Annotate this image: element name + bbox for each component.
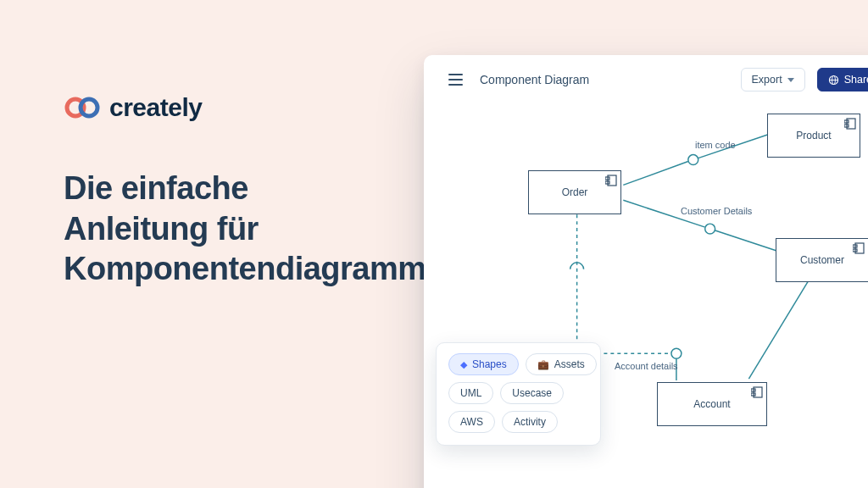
component-icon — [844, 118, 856, 130]
editor-toolbar: Component Diagram Export Share — [424, 55, 868, 104]
diamond-icon: ◆ — [460, 359, 467, 370]
tray-chip-shapes[interactable]: ◆ Shapes — [448, 353, 519, 375]
editor-preview: Component Diagram Export Share — [415, 0, 868, 488]
share-button[interactable]: Share — [817, 68, 868, 92]
svg-line-5 — [623, 162, 688, 186]
export-button[interactable]: Export — [741, 68, 805, 92]
component-icon — [853, 242, 865, 254]
share-label: Share — [844, 74, 868, 86]
edge-label-customer-details: Customer Details — [681, 206, 752, 216]
svg-line-10 — [715, 230, 777, 251]
editor-card: Component Diagram Export Share — [424, 55, 868, 488]
hero-pane: creately Die einfache Anleitung für Komp… — [0, 0, 415, 488]
shape-tray: ◆ Shapes 💼 Assets UML Usecase AWS Activi… — [436, 342, 601, 446]
brand-name: creately — [109, 93, 202, 122]
component-account[interactable]: Account — [657, 382, 767, 426]
tray-chip-uml[interactable]: UML — [448, 382, 493, 404]
component-product[interactable]: Product — [767, 114, 860, 158]
chevron-down-icon — [787, 78, 794, 82]
component-icon — [751, 386, 763, 398]
component-icon — [605, 175, 617, 186]
component-customer[interactable]: Customer — [776, 238, 868, 282]
component-order[interactable]: Order — [528, 170, 621, 214]
briefcase-icon: 💼 — [537, 359, 549, 370]
edge-label-account-details: Account details — [615, 361, 678, 371]
tray-chip-aws[interactable]: AWS — [448, 411, 495, 433]
edge-label-item-code: item code — [695, 140, 736, 150]
svg-point-14 — [671, 348, 682, 358]
export-label: Export — [752, 74, 782, 86]
globe-icon — [828, 75, 839, 86]
tray-chip-usecase[interactable]: Usecase — [500, 382, 564, 404]
page-headline: Die einfache Anleitung für Komponentendi… — [64, 169, 364, 290]
svg-point-6 — [688, 155, 698, 165]
svg-point-9 — [705, 224, 715, 234]
menu-button[interactable] — [442, 67, 468, 92]
logo-icon — [64, 96, 101, 119]
tray-chip-assets[interactable]: 💼 Assets — [526, 353, 597, 375]
svg-line-11 — [748, 282, 808, 379]
tray-chip-activity[interactable]: Activity — [502, 411, 558, 433]
diagram-canvas[interactable]: Order Product Customer Account item code… — [424, 101, 868, 488]
document-title[interactable]: Component Diagram — [480, 73, 589, 86]
brand-logo: creately — [64, 93, 364, 122]
